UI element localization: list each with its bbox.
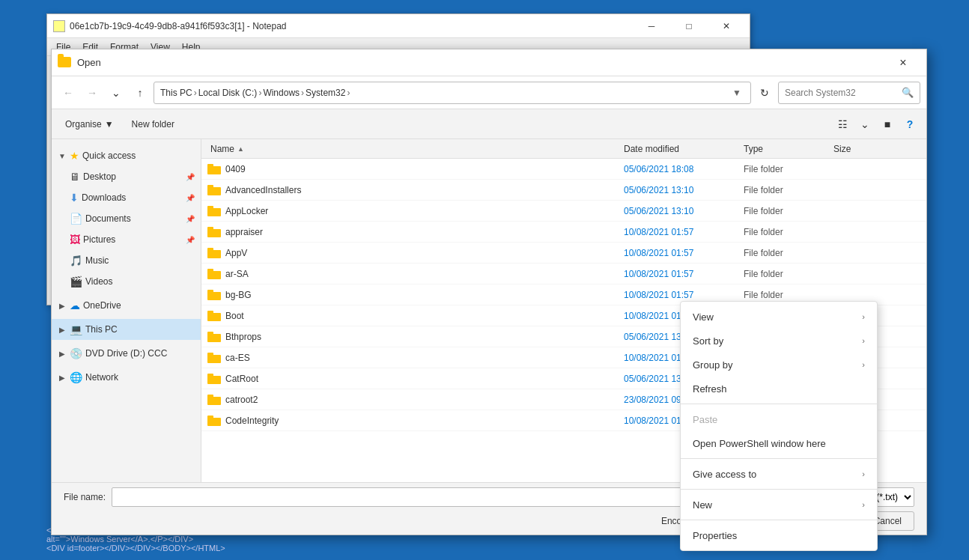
breadcrumb-thispc[interactable]: This PC (160, 88, 192, 98)
file-row[interactable]: AppV 10/08/2021 01:57 File folder (201, 243, 926, 264)
ctx-item-view[interactable]: View› (681, 305, 877, 329)
desktop-pin-icon: 📌 (186, 173, 195, 181)
sidebar-item-network[interactable]: ▶ 🌐 Network (52, 367, 201, 388)
svg-rect-19 (207, 353, 213, 356)
file-name-text: CatRoot (225, 374, 258, 384)
folder-icon (207, 416, 221, 426)
sort-arrow-icon: ▲ (237, 145, 244, 153)
dialog-title: Open (77, 57, 886, 68)
breadcrumb-sep1: › (194, 88, 197, 98)
file-name-cell: Boot (207, 311, 621, 321)
sidebar-item-onedrive[interactable]: ▶ ☁ OneDrive (52, 295, 201, 316)
network-expand-icon: ▶ (58, 373, 67, 382)
file-name-text: AppLocker (225, 206, 268, 216)
ctx-item-properties[interactable]: Properties (681, 523, 877, 547)
file-type-cell: File folder (741, 248, 830, 258)
ctx-label-open-powershell: Open PowerShell window here (693, 438, 826, 449)
refresh-button[interactable]: ↻ (754, 82, 775, 103)
sidebar-network-label: Network (85, 372, 118, 383)
dialog-close-button[interactable]: × (886, 51, 920, 75)
address-dropdown-button[interactable]: ▼ (729, 88, 744, 98)
nav-back-button[interactable]: ← (58, 82, 79, 103)
file-row[interactable]: 0409 05/06/2021 18:08 File folder (201, 159, 926, 180)
search-box[interactable]: 🔍 (778, 82, 920, 104)
breadcrumb-windows[interactable]: Windows (263, 88, 300, 98)
col-header-size[interactable]: Size (830, 139, 890, 158)
file-name-cell: 0409 (207, 164, 621, 174)
file-row[interactable]: ar-SA 10/08/2021 01:57 File folder (201, 264, 926, 284)
sidebar-onedrive-label: OneDrive (83, 300, 121, 311)
sidebar-group-network: ▶ 🌐 Network (52, 367, 201, 388)
nav-forward-button[interactable]: → (82, 82, 103, 103)
ctx-item-group-by[interactable]: Group by› (681, 353, 877, 377)
ctx-item-open-powershell[interactable]: Open PowerShell window here (681, 431, 877, 455)
ctx-label-group-by: Group by (693, 359, 732, 371)
file-name-cell: catroot2 (207, 395, 621, 405)
notepad-minimize-button[interactable]: ─ (634, 16, 669, 37)
documents-pin-icon: 📌 (186, 215, 195, 223)
sidebar-item-dvd[interactable]: ▶ 💿 DVD Drive (D:) CCC (52, 343, 201, 364)
notepad-title: 06e1cb7b-19c9-4c49-9db8-a941f6f593c3[1] … (70, 21, 634, 31)
col-header-name[interactable]: Name ▲ (207, 139, 621, 158)
file-date-cell: 05/06/2021 13:10 (621, 206, 741, 216)
search-icon: 🔍 (902, 87, 914, 98)
file-name-text: Boot (225, 311, 244, 321)
ctx-item-give-access[interactable]: Give access to› (681, 462, 877, 486)
view-pane-button[interactable]: ■ (877, 114, 898, 135)
sidebar: ▼ ★ Quick access 🖥 Desktop 📌 ⬇ Downloads… (52, 139, 201, 482)
svg-rect-7 (207, 227, 213, 231)
col-header-type[interactable]: Type (741, 139, 830, 158)
svg-rect-1 (207, 164, 213, 168)
sidebar-videos-label: Videos (85, 276, 112, 287)
file-date-cell: 10/08/2021 01:57 (621, 227, 741, 237)
music-icon: 🎵 (70, 255, 82, 267)
notepad-restore-button[interactable]: □ (672, 16, 706, 37)
sidebar-item-documents[interactable]: 📄 Documents 📌 (52, 208, 201, 229)
sidebar-item-music[interactable]: 🎵 Music (52, 250, 201, 271)
organise-button[interactable]: Organise ▼ (58, 114, 121, 135)
sidebar-item-videos[interactable]: 🎬 Videos (52, 271, 201, 292)
sidebar-pictures-label: Pictures (83, 234, 115, 245)
col-header-date[interactable]: Date modified (621, 139, 741, 158)
sidebar-group-quickaccess: ▼ ★ Quick access 🖥 Desktop 📌 ⬇ Downloads… (52, 145, 201, 292)
ctx-label-new: New (693, 499, 712, 511)
file-date-cell: 10/08/2021 01:57 (621, 269, 741, 279)
open-dialog-icon (58, 57, 73, 69)
nav-recent-button[interactable]: ⌄ (106, 82, 127, 103)
address-bar[interactable]: This PC › Local Disk (C:) › Windows › Sy… (154, 82, 751, 104)
file-row[interactable]: AdvancedInstallers 05/06/2021 13:10 File… (201, 180, 926, 201)
file-row[interactable]: appraiser 10/08/2021 01:57 File folder (201, 222, 926, 243)
ctx-item-refresh[interactable]: Refresh (681, 377, 877, 401)
file-row[interactable]: AppLocker 05/06/2021 13:10 File folder (201, 201, 926, 222)
svg-rect-21 (207, 374, 213, 377)
folder-icon (207, 353, 221, 363)
sidebar-item-thispc[interactable]: ▶ 💻 This PC (52, 319, 201, 340)
ctx-separator-sep4 (681, 520, 877, 520)
col-date-label: Date modified (624, 144, 679, 154)
folder-icon (207, 227, 221, 237)
context-menu: View›Sort by›Group by›RefreshPasteOpen P… (680, 301, 878, 551)
view-details-button[interactable]: ☷ (832, 114, 853, 135)
notepad-controls: ─ □ ✕ (634, 16, 744, 37)
sidebar-item-desktop[interactable]: 🖥 Desktop 📌 (52, 166, 201, 187)
nav-bar: ← → ⌄ ↑ This PC › Local Disk (C:) › Wind… (52, 76, 926, 109)
breadcrumb-localdisk[interactable]: Local Disk (C:) (198, 88, 258, 98)
nav-up-button[interactable]: ↑ (130, 82, 151, 103)
search-input[interactable] (785, 88, 899, 98)
ctx-item-new[interactable]: New› (681, 493, 877, 517)
ctx-item-sort-by[interactable]: Sort by› (681, 329, 877, 353)
sidebar-item-pictures[interactable]: 🖼 Pictures 📌 (52, 229, 201, 250)
desktop-icon: 🖥 (70, 171, 80, 183)
sidebar-item-downloads[interactable]: ⬇ Downloads 📌 (52, 187, 201, 208)
svg-rect-25 (207, 416, 213, 419)
file-name-text: bg-BG (225, 290, 252, 300)
view-help-button[interactable]: ? (899, 114, 920, 135)
sidebar-item-quickaccess[interactable]: ▼ ★ Quick access (52, 145, 201, 166)
breadcrumb-system32[interactable]: System32 (306, 88, 345, 98)
notepad-close-button[interactable]: ✕ (709, 16, 744, 37)
ctx-separator-sep1 (681, 404, 877, 404)
file-name-cell: appraiser (207, 227, 621, 237)
folder-icon (58, 57, 71, 67)
view-dropdown-button[interactable]: ⌄ (854, 114, 875, 135)
new-folder-button[interactable]: New folder (124, 114, 182, 135)
